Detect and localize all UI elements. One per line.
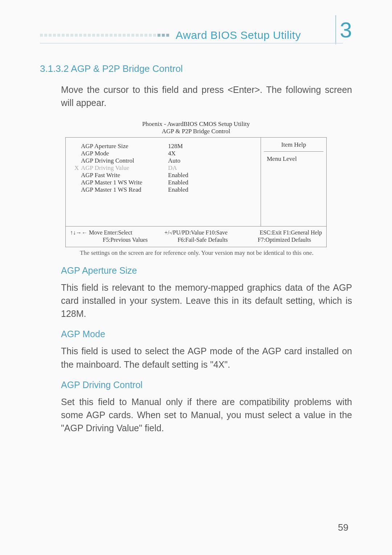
bios-row-label: AGP Mode [81,150,168,157]
bios-item-help: Item Help [264,141,323,152]
chapter-number-box: 3 [335,15,356,44]
bios-row-label: AGP Master 1 WS Write [81,179,168,186]
bios-caption-line2: AGP & P2P Bridge Control [40,128,352,135]
bios-footer-value: +/-/PU/PD:Value F10:Save [164,229,228,236]
section-heading: 3.1.3.2 AGP & P2P Bridge Control [40,63,352,74]
subsection-heading-driving: AGP Driving Control [61,380,352,390]
bios-settings-panel: AGP Aperture Size 128M AGP Mode 4X AGP D… [66,138,261,226]
bios-footer: ↑↓→← Move Enter:Select +/-/PU/PD:Value F… [66,226,326,247]
bios-row-value: DA [168,164,177,172]
bios-caption-line1: Phoenix - AwardBIOS CMOS Setup Utility [40,121,352,128]
bios-screen: AGP Aperture Size 128M AGP Mode 4X AGP D… [65,137,327,247]
bios-row-value: Enabled [168,172,188,179]
bios-row-marker [74,179,81,186]
bios-row-marker [74,172,81,179]
bios-row-marker [74,150,81,157]
bios-row: AGP Master 1 WS Write Enabled [74,179,257,186]
bios-row-marker [74,157,81,164]
chapter-number: 3 [340,17,352,42]
bios-row-label: AGP Master 1 WS Read [81,186,168,193]
subsection-heading-mode: AGP Mode [61,329,352,339]
bios-menu-level: Menu Level [264,155,323,163]
bios-row: AGP Fast Write Enabled [74,172,257,179]
bios-footer-f5: F5:Previous Values [103,237,148,243]
bios-footer-f7: F7:Optimized Defaults [258,237,311,243]
bios-row: AGP Master 1 WS Read Enabled [74,186,257,193]
bios-row: AGP Aperture Size 128M [74,143,257,150]
bios-row-marker: X [74,164,81,172]
bios-row-marker [74,143,81,150]
bios-row-value: Enabled [168,186,188,193]
page-number: 59 [338,522,348,533]
bios-row-label: AGP Driving Value [81,164,168,172]
bios-footer-exit: ESC:Exit F1:General Help [260,229,322,236]
decorative-dots [40,34,171,37]
bios-row: AGP Mode 4X [74,150,257,157]
page-header-title: Award BIOS Setup Utility [176,29,301,41]
bios-row-label: AGP Fast Write [81,172,168,179]
header-divider [40,43,343,44]
bios-help-panel: Item Help Menu Level [261,138,326,226]
subsection-body-aperture: This field is relevant to the memory-map… [61,281,352,321]
bios-row-value: 128M [168,143,183,150]
subsection-body-driving: Set this field to Manual only if there a… [61,395,352,435]
bios-reference-note: The settings on the screen are for refer… [80,249,341,257]
bios-row-value: Enabled [168,179,188,186]
bios-row-disabled: X AGP Driving Value DA [74,164,257,172]
bios-footer-f6: F6:Fail-Safe Defaults [177,237,228,243]
subsection-body-mode: This field is used to select the AGP mod… [61,344,352,371]
header-row: Award BIOS Setup Utility [40,29,352,41]
bios-footer-move: ↑↓→← Move Enter:Select [70,229,132,236]
bios-row-marker [74,186,81,193]
bios-row-label: AGP Driving Control [81,157,168,164]
bios-row: AGP Driving Control Auto [74,157,257,164]
bios-row-label: AGP Aperture Size [81,143,168,150]
bios-row-value: 4X [168,150,176,157]
subsection-heading-aperture: AGP Aperture Size [61,265,352,276]
section-intro-text: Move the cursor to this field and press … [61,83,352,110]
bios-row-value: Auto [168,157,180,164]
